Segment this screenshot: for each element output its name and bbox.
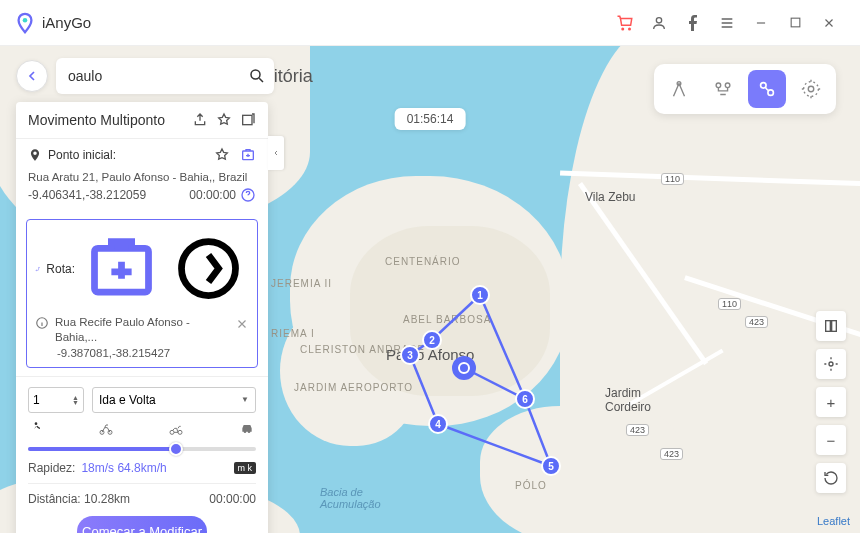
map-label: JEREMIA II	[271, 278, 311, 289]
control-panel: Movimento Multiponto Ponto inicial: Rua …	[16, 102, 268, 533]
svg-rect-41	[826, 321, 831, 332]
reset-button[interactable]	[816, 463, 846, 493]
search-icon[interactable]	[248, 67, 266, 85]
road-shield: 110	[661, 173, 684, 185]
distance-value: 10.28km	[84, 492, 130, 506]
titlebar: iAnyGo	[0, 0, 860, 46]
speed-slider[interactable]	[28, 447, 256, 451]
search-box	[56, 58, 274, 94]
timer-badge: 01:56:14	[395, 108, 466, 130]
info-icon	[35, 316, 49, 330]
map-label: CENTENÁRIO	[385, 256, 461, 267]
svg-point-20	[251, 70, 260, 79]
map-label: ABEL BARBOSA	[403, 314, 463, 325]
svg-point-36	[35, 422, 38, 425]
trip-mode-select[interactable]: Ida e Volta ▼	[92, 387, 256, 413]
favorite-icon[interactable]	[216, 112, 232, 128]
start-time: 00:00:00	[189, 188, 236, 202]
facebook-icon[interactable]	[684, 14, 702, 32]
back-button[interactable]	[16, 60, 48, 92]
locate-button[interactable]	[816, 349, 846, 379]
maximize-icon[interactable]	[786, 14, 804, 32]
mode-bar	[654, 64, 836, 114]
svg-point-31	[36, 269, 37, 270]
mode-multi-spot[interactable]	[748, 70, 786, 108]
svg-rect-42	[832, 321, 837, 332]
map-label: RIEMA I	[271, 328, 315, 339]
import-icon[interactable]	[240, 112, 256, 128]
svg-point-26	[808, 86, 814, 92]
speed-label: Rapidez:	[28, 461, 75, 475]
panel-title: Movimento Multiponto	[28, 112, 184, 128]
map-label: Jardim Cordeiro	[605, 386, 665, 414]
svg-rect-28	[243, 115, 252, 124]
svg-point-40	[178, 430, 182, 434]
start-button[interactable]: Começar a Modificar	[77, 516, 207, 533]
star-icon[interactable]	[214, 147, 230, 163]
svg-rect-4	[791, 18, 800, 27]
road-shield: 423	[626, 424, 649, 436]
route-coords: -9.387081,-38.215427	[57, 347, 249, 359]
svg-point-2	[629, 28, 631, 30]
loop-icon[interactable]	[168, 228, 249, 309]
save-route-icon[interactable]	[81, 228, 162, 309]
start-point-label: Ponto inicial:	[48, 148, 204, 162]
map-label: CLERISTON ANDRADE	[300, 344, 370, 355]
road-shield: 423	[745, 316, 768, 328]
app-name: iAnyGo	[42, 14, 91, 31]
svg-point-32	[39, 267, 40, 268]
svg-point-22	[716, 83, 721, 88]
map-label: PÓLO	[515, 480, 547, 491]
route-label: Rota:	[46, 262, 75, 276]
map-label: Bacia de Acumulação	[320, 486, 400, 510]
speed-unit-toggle[interactable]: m k	[234, 462, 257, 474]
road-shield: 423	[660, 448, 683, 460]
zoom-in-button[interactable]: +	[816, 387, 846, 417]
transport-bike[interactable]	[97, 421, 115, 441]
svg-point-38	[108, 430, 112, 434]
close-icon[interactable]	[820, 14, 838, 32]
start-coords: -9.406341,-38.212059	[28, 188, 146, 202]
start-address: Rua Aratu 21, Paulo Afonso - Bahia,, Bra…	[28, 169, 256, 185]
transport-car[interactable]	[238, 421, 256, 441]
road-shield: 110	[718, 298, 741, 310]
start-point-section: Ponto inicial: Rua Aratu 21, Paulo Afons…	[16, 138, 268, 211]
svg-point-43	[829, 362, 833, 366]
zoom-out-button[interactable]: −	[816, 425, 846, 455]
user-icon[interactable]	[650, 14, 668, 32]
svg-point-37	[100, 430, 104, 434]
logo-icon	[14, 12, 36, 34]
svg-point-39	[170, 430, 174, 434]
share-icon[interactable]	[192, 112, 208, 128]
svg-point-34	[181, 242, 235, 296]
cart-icon[interactable]	[616, 14, 634, 32]
svg-point-0	[23, 17, 28, 22]
loop-count-input[interactable]: 1 ▲▼	[28, 387, 84, 413]
app-logo: iAnyGo	[14, 12, 91, 34]
mode-two-spot[interactable]	[704, 70, 742, 108]
mode-joystick[interactable]	[792, 70, 830, 108]
route-icon	[35, 262, 40, 276]
layers-button[interactable]	[816, 311, 846, 341]
map-city-label: Paulo Afonso	[386, 346, 474, 363]
collapse-panel-button[interactable]	[268, 136, 284, 170]
map-label: Vila Zebu	[585, 190, 635, 204]
search-input[interactable]	[64, 68, 248, 84]
svg-point-1	[622, 28, 624, 30]
mode-teleport[interactable]	[660, 70, 698, 108]
map-label: JARDIM AEROPORTO	[294, 382, 368, 393]
minimize-icon[interactable]	[752, 14, 770, 32]
route-section: Rota: Rua Recife Paulo Afonso - Bahia,..…	[26, 219, 258, 368]
svg-point-23	[725, 83, 730, 88]
map-attribution[interactable]: Leaflet	[817, 515, 850, 527]
svg-point-27	[804, 82, 819, 97]
menu-icon[interactable]	[718, 14, 736, 32]
help-icon[interactable]	[240, 187, 256, 203]
distance-time: 00:00:00	[209, 492, 256, 506]
remove-route-icon[interactable]	[235, 317, 249, 331]
transport-moto[interactable]	[167, 421, 185, 441]
collect-icon[interactable]	[240, 147, 256, 163]
route-address: Rua Recife Paulo Afonso - Bahia,...	[55, 315, 229, 345]
svg-point-3	[656, 17, 661, 22]
transport-walk[interactable]	[28, 421, 44, 441]
